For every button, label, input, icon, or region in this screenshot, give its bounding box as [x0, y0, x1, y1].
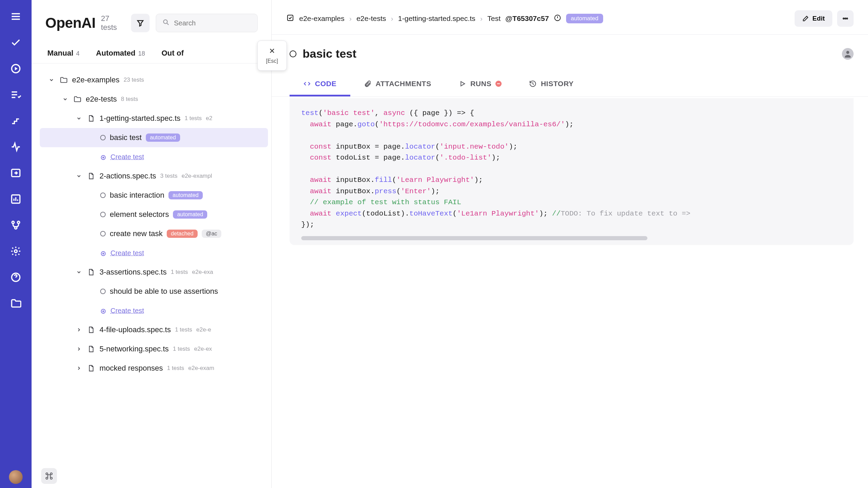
status-circle-icon [100, 231, 106, 236]
more-button[interactable] [837, 10, 854, 27]
file-icon [86, 115, 95, 122]
bar-chart-icon[interactable] [9, 192, 23, 206]
chevron-right-icon[interactable] [75, 346, 82, 352]
check-icon[interactable] [9, 36, 23, 49]
test-count: 1 tests [175, 326, 192, 333]
breadcrumb-item[interactable]: e2e-tests [356, 14, 386, 23]
tree-file[interactable]: mocked responses1 testse2e-exam [40, 359, 268, 378]
test-count: 3 tests [160, 173, 177, 179]
test-count: 1 tests [167, 365, 184, 372]
import-icon[interactable] [9, 166, 23, 180]
menu-icon[interactable] [9, 10, 23, 23]
test-count: 1 tests [173, 346, 190, 352]
folder-icon [59, 76, 68, 84]
esc-label: [Esc] [266, 58, 278, 64]
code-content[interactable]: test('basic test', async ({ page }) => {… [301, 108, 842, 234]
user-avatar[interactable] [9, 470, 23, 484]
code-panel: test('basic test', async ({ page }) => {… [272, 97, 868, 255]
horizontal-scrollbar[interactable] [301, 236, 647, 240]
branch-icon[interactable] [9, 218, 23, 232]
chevron-right-icon[interactable] [75, 365, 82, 371]
tree-test[interactable]: basic testautomated [40, 128, 268, 147]
tree-file[interactable]: 5-networking.spec.ts1 testse2e-ex [40, 339, 268, 359]
right-panel: e2e-examples › e2e-tests › 1-getting-sta… [272, 0, 868, 488]
tree-test[interactable]: create new taskdetached@ac [40, 224, 268, 243]
status-badge: automated [146, 133, 180, 142]
tab-attachments[interactable]: ATTACHMENTS [350, 74, 445, 96]
test-name: should be able to use assertions [110, 287, 218, 296]
svg-point-3 [12, 221, 14, 224]
tree-file[interactable]: 4-file-uploads.spec.ts1 testse2e-e [40, 320, 268, 339]
project-test-count: 27 tests [101, 14, 126, 32]
help-icon[interactable] [9, 270, 23, 284]
create-test-link[interactable]: Create test [40, 243, 268, 263]
steps-icon[interactable] [9, 114, 23, 128]
breadcrumb: e2e-examples › e2e-tests › 1-getting-sta… [286, 14, 603, 24]
tree-test[interactable]: basic interactionautomated [40, 186, 268, 205]
keyboard-shortcuts-button[interactable] [41, 468, 57, 484]
chevron-down-icon[interactable] [62, 96, 69, 102]
list-check-icon[interactable] [9, 88, 23, 102]
breadcrumb-item[interactable]: e2e-examples [299, 14, 344, 23]
test-name: basic interaction [110, 191, 164, 200]
edit-button[interactable]: Edit [795, 10, 832, 27]
test-count: 8 tests [121, 96, 138, 103]
detail-tabs: CODE ATTACHMENTS RUNS HISTORY [272, 64, 868, 97]
tab-automated[interactable]: Automated18 [96, 49, 145, 58]
close-icon[interactable] [268, 47, 276, 56]
create-test-label[interactable]: Create test [110, 307, 144, 315]
svg-point-16 [846, 18, 847, 19]
tab-out-of-sync[interactable]: Out of [162, 49, 184, 58]
file-name: 2-actions.spec.ts [99, 172, 156, 181]
tab-runs[interactable]: RUNS [445, 74, 516, 96]
tab-code[interactable]: CODE [290, 74, 350, 96]
tree-folder[interactable]: e2e-examples23 tests [40, 70, 268, 90]
play-circle-icon[interactable] [9, 62, 23, 75]
tree-test[interactable]: should be able to use assertions [40, 282, 268, 301]
nav-rail [0, 0, 32, 488]
plus-circle-icon [100, 250, 106, 256]
tree-file[interactable]: 2-actions.spec.ts3 testse2e-exampl [40, 166, 268, 186]
chevron-down-icon[interactable] [48, 77, 55, 83]
file-icon [86, 364, 95, 372]
tab-manual[interactable]: Manual4 [47, 49, 80, 58]
create-test-link[interactable]: Create test [40, 147, 268, 166]
create-test-link[interactable]: Create test [40, 301, 268, 320]
tree-file[interactable]: 3-assertions.spec.ts1 testse2e-exa [40, 263, 268, 282]
status-circle-icon [100, 135, 106, 140]
status-circle-icon [290, 50, 296, 57]
detail-title-row: basic test [272, 35, 868, 64]
breadcrumb-item[interactable]: 1-getting-started.spec.ts [398, 14, 475, 23]
test-name: create new task [110, 229, 163, 238]
chevron-right-icon[interactable] [75, 327, 82, 333]
folder-icon [73, 95, 82, 103]
test-name: element selectors [110, 210, 169, 219]
tree-folder[interactable]: e2e-tests8 tests [40, 90, 268, 109]
folder-icon[interactable] [9, 297, 23, 310]
tab-history[interactable]: HISTORY [515, 74, 587, 96]
plus-circle-icon [100, 154, 106, 160]
chevron-down-icon[interactable] [75, 269, 82, 275]
chevron-down-icon[interactable] [75, 173, 82, 179]
create-test-label[interactable]: Create test [110, 153, 144, 161]
status-badge: automated [173, 210, 207, 219]
tree-file[interactable]: 1-getting-started.spec.ts1 testse2 [40, 109, 268, 128]
chevron-down-icon[interactable] [75, 116, 82, 121]
path-trail: e2e-exampl [181, 173, 212, 179]
tree-test[interactable]: element selectorsautomated [40, 205, 268, 224]
svg-point-4 [17, 221, 20, 224]
search-input[interactable] [174, 19, 251, 27]
assignee-avatar[interactable] [842, 48, 854, 60]
file-name: mocked responses [99, 364, 163, 373]
search-input-wrap[interactable] [156, 14, 258, 32]
activity-icon[interactable] [9, 140, 23, 154]
status-circle-icon [100, 212, 106, 217]
esc-tooltip: [Esc] [257, 40, 287, 71]
create-test-label[interactable]: Create test [110, 249, 144, 257]
folder-name: e2e-tests [86, 95, 117, 104]
test-count: 1 tests [185, 115, 202, 122]
status-circle-icon [100, 289, 106, 294]
gear-icon[interactable] [9, 244, 23, 258]
filter-button[interactable] [131, 14, 150, 32]
sync-warning-icon[interactable] [554, 14, 561, 23]
